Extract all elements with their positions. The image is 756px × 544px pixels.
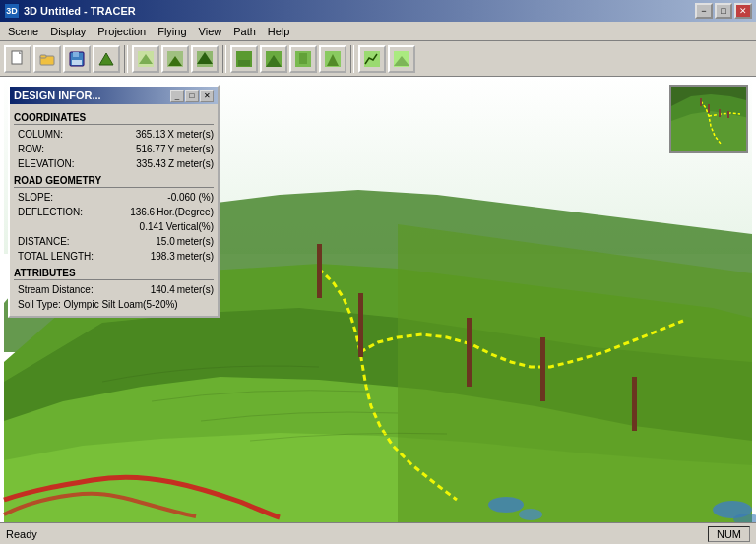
minimize-button[interactable]: − (695, 3, 713, 19)
menu-scene[interactable]: Scene (2, 24, 44, 39)
toolbar-separator-2 (222, 45, 226, 73)
menu-help[interactable]: Help (262, 24, 296, 39)
svg-marker-7 (99, 53, 113, 65)
panel-content: COORDINATES COLUMN: 365.13X meter(s) ROW… (10, 104, 218, 316)
num-lock-indicator: NUM (708, 526, 750, 542)
tb-view2-button[interactable] (260, 45, 287, 73)
panel-restore-btn[interactable]: □ (185, 90, 199, 102)
tb-fly3-button[interactable] (191, 45, 219, 73)
close-button[interactable]: ✕ (734, 3, 752, 19)
design-info-panel: DESIGN INFOR... _ □ ✕ COORDINATES COLUMN… (8, 85, 220, 318)
menu-display[interactable]: Display (44, 24, 92, 39)
stream-label: Stream Distance: (18, 282, 94, 297)
coordinates-header: COORDINATES (14, 112, 214, 125)
tb-fly1-button[interactable] (132, 45, 159, 73)
menu-bar: Scene Display Projection Flying View Pat… (0, 22, 756, 41)
svg-rect-37 (632, 377, 637, 431)
svg-rect-19 (299, 53, 307, 64)
svg-rect-6 (72, 60, 82, 65)
column-value: 365.13X meter(s) (136, 127, 214, 142)
svg-rect-35 (467, 318, 472, 387)
slope-value: -0.060 (%) (167, 190, 214, 205)
svg-rect-5 (73, 52, 79, 57)
stream-value: 140.4meter(s) (151, 282, 214, 297)
svg-rect-48 (727, 111, 729, 118)
vert-value: 0.141Vertical(%) (140, 219, 214, 234)
svg-point-39 (519, 509, 542, 520)
panel-title-text: DESIGN INFOR... (14, 90, 169, 101)
tb-view3-button[interactable] (289, 45, 317, 73)
svg-rect-33 (317, 244, 322, 298)
main-content: DESIGN INFOR... _ □ ✕ COORDINATES COLUMN… (0, 77, 756, 522)
tb-chart1-button[interactable] (358, 45, 386, 73)
deflection-value: 136.6Hor.(Degree) (130, 205, 214, 219)
tb-view4-button[interactable] (319, 45, 346, 73)
total-label: TOTAL LENGTH: (18, 249, 94, 264)
toolbar-separator-3 (350, 45, 354, 73)
svg-rect-46 (708, 104, 710, 113)
tb-fly2-button[interactable] (161, 45, 189, 73)
svg-marker-44 (671, 111, 748, 153)
svg-rect-45 (700, 98, 702, 106)
svg-rect-36 (540, 337, 545, 401)
svg-rect-34 (358, 293, 363, 357)
svg-marker-32 (398, 224, 752, 522)
total-value: 198.3meter(s) (151, 249, 214, 264)
soil-label: Soil Type: (18, 299, 61, 310)
elevation-label: ELEVATION: (18, 156, 74, 171)
minimap (669, 85, 748, 153)
distance-label: DISTANCE: (18, 234, 70, 249)
tb-view1-button[interactable] (230, 45, 258, 73)
slope-label: SLOPE: (18, 190, 53, 205)
tb-save-button[interactable] (63, 45, 91, 73)
row-value: 516.77Y meter(s) (136, 142, 214, 156)
elevation-value: 335.43Z meter(s) (136, 156, 214, 171)
toolbar-separator-1 (124, 45, 128, 73)
panel-close-btn[interactable]: ✕ (200, 90, 214, 102)
svg-point-38 (488, 497, 524, 513)
svg-rect-47 (719, 109, 721, 117)
panel-title-bar: DESIGN INFOR... _ □ ✕ (10, 87, 218, 104)
row-label: ROW: (18, 142, 44, 156)
app-icon: 3D (4, 3, 20, 19)
viewport[interactable]: DESIGN INFOR... _ □ ✕ COORDINATES COLUMN… (0, 77, 756, 522)
menu-view[interactable]: View (193, 24, 228, 39)
road-header: ROAD GEOMETRY (14, 175, 214, 188)
column-label: COLUMN: (18, 127, 63, 142)
tb-terrain-button[interactable] (93, 45, 120, 73)
deflection-label: DEFLECTION: (18, 205, 83, 219)
maximize-button[interactable]: □ (715, 3, 732, 19)
title-text: 3D Untitled - TRACER (24, 5, 695, 17)
status-text: Ready (6, 528, 708, 540)
svg-rect-3 (40, 55, 46, 58)
menu-path[interactable]: Path (227, 24, 262, 39)
attributes-header: ATTRIBUTES (14, 268, 214, 280)
menu-projection[interactable]: Projection (92, 24, 152, 39)
menu-flying[interactable]: Flying (152, 24, 192, 39)
status-bar: Ready NUM (0, 522, 756, 544)
tb-new-button[interactable] (4, 45, 32, 73)
distance-value: 15.0meter(s) (156, 234, 214, 249)
toolbar (0, 41, 756, 77)
soil-value: Olympic Silt Loam(5-20%) (64, 299, 178, 310)
svg-rect-15 (238, 60, 250, 66)
title-bar: 3D 3D Untitled - TRACER − □ ✕ (0, 0, 756, 22)
panel-minimize-btn[interactable]: _ (170, 90, 184, 102)
title-bar-buttons: − □ ✕ (695, 3, 752, 19)
tb-open-button[interactable] (33, 45, 61, 73)
tb-chart2-button[interactable] (388, 45, 415, 73)
